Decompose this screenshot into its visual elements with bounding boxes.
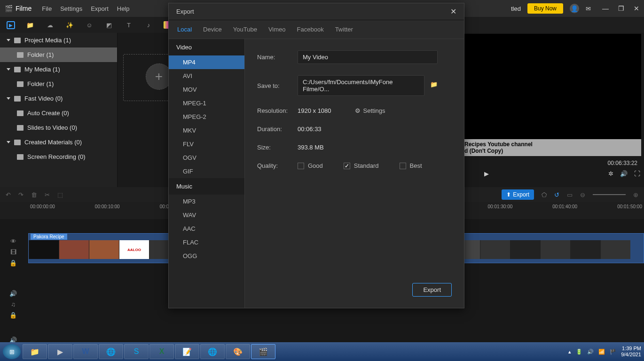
taskbar-media[interactable]: ▶: [48, 344, 72, 359]
gear-icon[interactable]: ✲: [608, 170, 613, 177]
marker-icon[interactable]: ▭: [567, 191, 573, 198]
maximize-icon[interactable]: ❐: [618, 5, 624, 12]
zoom-slider[interactable]: [593, 194, 626, 195]
export-confirm-button[interactable]: Export: [412, 283, 452, 297]
save-path-input[interactable]: C:/Users/fm/Documents/iMyFone Filme/O...: [298, 75, 424, 96]
sidebar-item-folder-2[interactable]: Folder (1): [0, 77, 117, 91]
format-mp4[interactable]: MP4: [169, 55, 244, 69]
sidebar-item-screen-recording[interactable]: Screen Recording (0): [0, 149, 117, 164]
browse-folder-icon[interactable]: 📁: [430, 81, 441, 90]
undo-icon[interactable]: ↶: [6, 191, 11, 198]
taskbar-filme[interactable]: 🎬: [251, 344, 275, 359]
close-icon[interactable]: ✕: [634, 5, 639, 12]
tab-device[interactable]: Device: [203, 26, 222, 33]
folder-tool-icon[interactable]: 📁: [25, 20, 35, 30]
audio-tool-icon[interactable]: ♪: [144, 20, 153, 30]
taskbar-excel[interactable]: X: [149, 344, 174, 359]
notification-icon[interactable]: ✉: [586, 5, 591, 12]
clock[interactable]: 1:39 PM 9/4/2021: [621, 345, 641, 358]
format-flac[interactable]: FLAC: [169, 235, 244, 249]
taskbar-paint[interactable]: 🎨: [226, 344, 250, 359]
format-mpeg2[interactable]: MPEG-2: [169, 110, 244, 124]
resolution-value: 1920 x 1080: [298, 107, 331, 114]
start-button[interactable]: ⊞: [3, 344, 21, 359]
sidebar-item-my-media[interactable]: My Media (1): [0, 62, 117, 77]
format-mpeg1[interactable]: MPEG-1: [169, 96, 244, 110]
chevron-down-icon: [7, 68, 10, 71]
sticker-tool-icon[interactable]: ☺: [85, 20, 94, 30]
buy-now-button[interactable]: Buy Now: [527, 3, 563, 14]
text-tool-icon[interactable]: T: [124, 20, 134, 30]
lock-icon[interactable]: 🔒: [9, 312, 17, 319]
quality-good[interactable]: Good: [298, 162, 323, 169]
fullscreen-icon[interactable]: ⛶: [634, 170, 640, 177]
taskbar-word[interactable]: W: [73, 344, 98, 359]
menu-settings[interactable]: Settings: [60, 5, 82, 12]
taskbar-chrome[interactable]: 🌐: [99, 344, 123, 359]
format-ogg[interactable]: OGG: [169, 249, 244, 263]
taskbar-notes[interactable]: 📝: [175, 344, 199, 359]
size-value: 393.8 MB: [298, 144, 324, 151]
person-tool-icon[interactable]: ☁: [45, 20, 55, 30]
quality-standard[interactable]: Standard: [344, 162, 379, 169]
sidebar-item-fast-video[interactable]: Fast Video (0): [0, 91, 117, 106]
tab-facebook[interactable]: Facebook: [297, 26, 324, 33]
format-list: Video MP4 AVI MOV MPEG-1 MPEG-2 MKV FLV …: [169, 39, 245, 308]
media-tool-icon[interactable]: ▶: [7, 21, 15, 29]
play-icon[interactable]: ▶: [484, 170, 489, 177]
tray-volume-icon[interactable]: 🔊: [587, 349, 594, 355]
settings-button[interactable]: ⚙Settings: [355, 107, 385, 114]
menu-help[interactable]: Help: [117, 5, 130, 12]
shield-icon[interactable]: ⬠: [542, 191, 547, 198]
timeline-export-button[interactable]: ⬆Export: [502, 189, 534, 200]
format-ogv[interactable]: OGV: [169, 151, 244, 165]
wifi-icon[interactable]: 📶: [598, 349, 605, 355]
tab-youtube[interactable]: YouTube: [233, 26, 257, 33]
quality-label: Quality:: [257, 162, 298, 169]
redo-icon[interactable]: ↷: [18, 191, 24, 198]
loop-icon[interactable]: ↺: [554, 191, 559, 198]
delete-icon[interactable]: 🗑: [31, 191, 37, 198]
eye-icon[interactable]: 👁: [10, 238, 16, 245]
minimize-icon[interactable]: —: [602, 5, 609, 12]
sidebar-item-slides-video[interactable]: Slides to Video (0): [0, 120, 117, 135]
format-aac[interactable]: AAC: [169, 222, 244, 235]
flag-icon[interactable]: 🏴: [610, 349, 616, 355]
crop-icon[interactable]: ⬚: [57, 191, 63, 198]
format-mp3[interactable]: MP3: [169, 195, 244, 208]
tray-up-icon[interactable]: ▴: [568, 349, 571, 355]
name-input[interactable]: My Video: [298, 50, 438, 64]
tab-local[interactable]: Local: [177, 26, 192, 33]
format-flv[interactable]: FLV: [169, 137, 244, 151]
user-icon[interactable]: 👤: [570, 4, 579, 13]
tab-vimeo[interactable]: Vimeo: [268, 26, 286, 33]
menu-export[interactable]: Export: [91, 5, 109, 12]
battery-icon[interactable]: 🔋: [576, 349, 582, 355]
tab-twitter[interactable]: Twitter: [335, 26, 353, 33]
lock-icon[interactable]: 🔒: [9, 259, 17, 267]
effects-tool-icon[interactable]: ✨: [65, 20, 74, 30]
taskbar-skype[interactable]: S: [124, 344, 149, 359]
close-dialog-button[interactable]: ✕: [450, 7, 456, 16]
dialog-header: Export ✕: [169, 3, 464, 20]
format-mov[interactable]: MOV: [169, 83, 244, 96]
sidebar-item-project-media[interactable]: Project Media (1): [0, 33, 117, 47]
volume-icon[interactable]: 🔊: [620, 170, 628, 177]
zoom-out-icon[interactable]: ⊖: [580, 191, 585, 198]
sidebar-item-folder[interactable]: Folder (1): [0, 47, 117, 62]
split-icon[interactable]: ✂: [45, 191, 50, 198]
format-mkv[interactable]: MKV: [169, 124, 244, 137]
format-avi[interactable]: AVI: [169, 69, 244, 83]
format-wav[interactable]: WAV: [169, 208, 244, 222]
zoom-in-icon[interactable]: ⊕: [633, 191, 638, 198]
taskbar-chrome-2[interactable]: 🌐: [200, 344, 225, 359]
speaker-icon[interactable]: 🔊: [9, 290, 17, 297]
menu-file[interactable]: File: [42, 5, 52, 12]
transition-tool-icon[interactable]: ◩: [104, 20, 114, 30]
sidebar-item-auto-create[interactable]: Auto Create (0): [0, 106, 117, 120]
taskbar-explorer[interactable]: 📁: [23, 344, 47, 359]
sidebar-item-created-materials[interactable]: Created Materials (0): [0, 135, 117, 149]
clip-label: Pakora Recipe: [31, 234, 67, 240]
quality-best[interactable]: Best: [400, 162, 422, 169]
format-gif[interactable]: GIF: [169, 165, 244, 178]
